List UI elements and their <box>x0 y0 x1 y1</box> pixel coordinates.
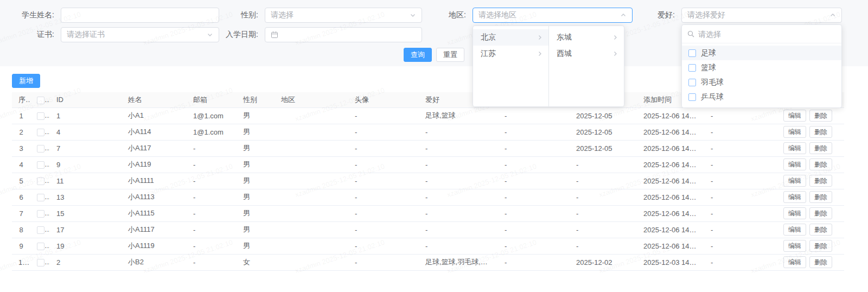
edit-button[interactable]: 编辑 <box>783 126 806 138</box>
edit-button[interactable]: 编辑 <box>783 175 806 187</box>
cell-actions: 编辑删除 <box>777 189 844 205</box>
cell-enroll: - <box>570 189 637 205</box>
cell-hobby: - <box>419 124 498 140</box>
hobby-option[interactable]: 足球 <box>682 46 841 60</box>
edit-button[interactable]: 编辑 <box>783 158 806 170</box>
cell-name: 小A117 <box>122 140 187 156</box>
hobby-option-checkbox[interactable] <box>688 64 696 72</box>
enroll-date-input[interactable] <box>265 27 422 42</box>
hobby-option[interactable]: 篮球 <box>682 60 841 75</box>
cell-index: 10 <box>12 254 30 270</box>
cell-created: 2025-12-06 14:57:... <box>637 156 704 173</box>
cell-email: - <box>187 140 237 156</box>
cell-index: 4 <box>12 156 30 173</box>
cascader-option[interactable]: 西城 <box>549 46 624 62</box>
region-placeholder: 请选择地区 <box>478 10 617 20</box>
chevron-right-icon <box>612 34 618 41</box>
edit-button[interactable]: 编辑 <box>783 240 806 252</box>
table-row: 511小A1111-男----2025-12-06 14:57:...-编辑删除 <box>12 173 844 189</box>
cell-created: 2025-12-06 14:57:... <box>637 221 704 238</box>
delete-button[interactable]: 删除 <box>809 175 832 187</box>
cell-created: 2025-12-06 14:57:... <box>637 238 704 254</box>
form-item-enroll-date: 入学日期: <box>219 27 422 42</box>
cascader-option[interactable]: 江苏 <box>473 46 548 62</box>
cell-created: 2025-12-06 14:57:... <box>637 173 704 189</box>
delete-button[interactable]: 删除 <box>809 158 832 170</box>
region-cascader-input[interactable]: 请选择地区 <box>473 8 633 23</box>
edit-button[interactable]: 编辑 <box>783 142 806 154</box>
row-checkbox[interactable] <box>37 177 44 185</box>
table-row: 817小A1117-男----2025-12-06 14:57:...-编辑删除 <box>12 221 844 238</box>
cell-checkbox <box>30 124 50 140</box>
row-checkbox[interactable] <box>37 145 44 153</box>
row-checkbox[interactable] <box>37 259 44 266</box>
table-body: 11小A11@1.com男-足球,篮球-2025-12-052025-12-06… <box>12 107 844 270</box>
cell-email: - <box>187 189 237 205</box>
hobby-search <box>682 25 841 43</box>
cell-gender: 男 <box>237 189 275 205</box>
hobby-option[interactable]: 乒乓球 <box>682 90 841 104</box>
cell-checkbox <box>30 205 50 221</box>
delete-button[interactable]: 删除 <box>809 126 832 138</box>
delete-button[interactable]: 删除 <box>809 256 832 268</box>
row-checkbox[interactable] <box>37 112 44 120</box>
edit-button[interactable]: 编辑 <box>783 256 806 268</box>
hobby-select-input[interactable]: 请选择爱好 <box>681 8 842 23</box>
edit-button[interactable]: 编辑 <box>783 224 806 236</box>
cell-name: 小A119 <box>122 156 187 173</box>
cell-enroll: - <box>570 205 637 221</box>
cell-hobby: - <box>419 205 498 221</box>
hobby-option-label: 篮球 <box>701 63 716 73</box>
hobby-option-checkbox[interactable] <box>688 49 696 57</box>
column-header-id: ID <box>50 92 122 107</box>
edit-button[interactable]: 编辑 <box>783 191 806 203</box>
cell-gender: 男 <box>237 238 275 254</box>
delete-button[interactable]: 删除 <box>809 191 832 203</box>
student-name-label: 学生姓名: <box>0 10 61 20</box>
add-button[interactable]: 新增 <box>12 74 40 88</box>
delete-button[interactable]: 删除 <box>809 207 832 219</box>
cell-gender: 男 <box>237 140 275 156</box>
column-header-index: 序号 <box>12 92 30 107</box>
chevron-right-icon <box>537 34 543 41</box>
cascader-option[interactable]: 东城 <box>549 29 624 46</box>
row-checkbox[interactable] <box>37 243 44 250</box>
cell-hobby: 足球,篮球,羽毛球,乒乓球 <box>419 254 498 270</box>
select-all-checkbox[interactable] <box>37 97 44 104</box>
cell-name: 小A1115 <box>122 205 187 221</box>
cell-cert: - <box>498 140 570 156</box>
cell-name: 小A1117 <box>122 221 187 238</box>
row-checkbox[interactable] <box>37 129 44 136</box>
hobby-option-checkbox[interactable] <box>688 79 696 86</box>
certificate-select[interactable]: 请选择证书 <box>61 27 219 42</box>
row-checkbox[interactable] <box>37 194 44 201</box>
gender-select[interactable]: 请选择 <box>265 8 422 23</box>
delete-button[interactable]: 删除 <box>809 142 832 154</box>
delete-button[interactable]: 删除 <box>809 110 832 122</box>
query-button[interactable]: 查询 <box>404 48 432 62</box>
cascader-option[interactable]: 北京 <box>473 29 548 46</box>
delete-button[interactable]: 删除 <box>809 240 832 252</box>
cell-actions: 编辑删除 <box>777 107 844 124</box>
row-checkbox[interactable] <box>37 210 44 218</box>
cell-enroll: 2025-12-05 <box>570 140 637 156</box>
cell-updated: - <box>704 156 777 173</box>
cell-id: 7 <box>50 140 122 156</box>
edit-button[interactable]: 编辑 <box>783 110 806 122</box>
cell-region <box>275 254 348 270</box>
hobby-search-input[interactable] <box>698 30 836 39</box>
cell-avatar: - <box>348 238 419 254</box>
hobby-option-checkbox[interactable] <box>688 93 696 101</box>
row-checkbox[interactable] <box>37 226 44 234</box>
cell-actions: 编辑删除 <box>777 156 844 173</box>
row-checkbox[interactable] <box>37 161 44 169</box>
cell-region <box>275 238 348 254</box>
student-name-input[interactable] <box>67 8 213 22</box>
hobby-option[interactable]: 羽毛球 <box>682 75 841 90</box>
cell-email: - <box>187 254 237 270</box>
edit-button[interactable]: 编辑 <box>783 207 806 219</box>
reset-button[interactable]: 重置 <box>436 48 464 62</box>
delete-button[interactable]: 删除 <box>809 224 832 236</box>
cell-actions: 编辑删除 <box>777 254 844 270</box>
cell-actions: 编辑删除 <box>777 140 844 156</box>
